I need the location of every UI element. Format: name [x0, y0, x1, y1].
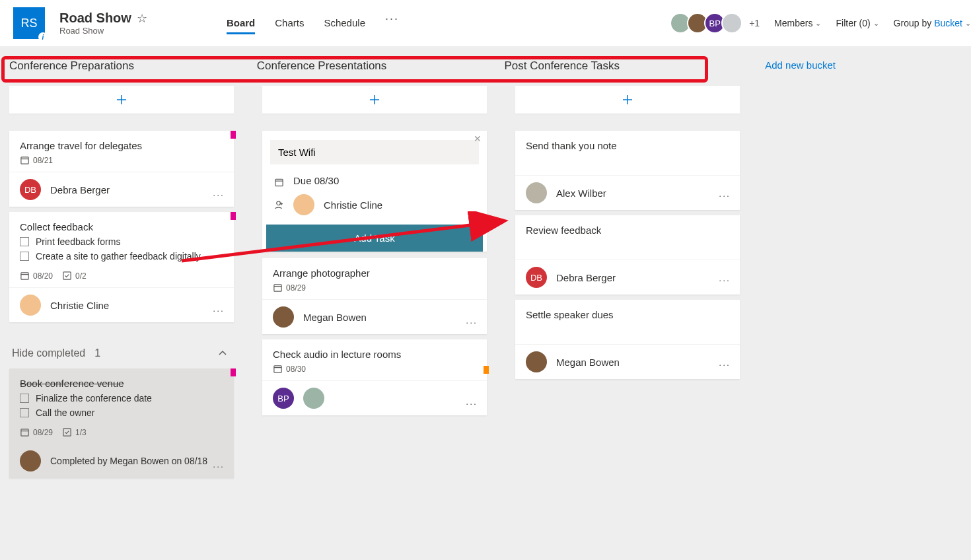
member-avatars[interactable]: BP +1 — [674, 13, 760, 34]
hide-completed-toggle[interactable]: Hide completed1 — [9, 338, 234, 368]
app-header: RS i Road Show ☆ Road Show Board Charts … — [0, 0, 971, 46]
add-task-post-conf[interactable] — [515, 86, 740, 114]
task-title: Settle speaker dues — [526, 309, 729, 320]
card-more-icon[interactable]: ··· — [213, 190, 225, 200]
group-by-button[interactable]: Group by Bucket ⌄ — [894, 18, 971, 28]
avatar-member-4[interactable] — [721, 13, 742, 34]
svg-rect-12 — [275, 179, 283, 186]
checkbox-icon[interactable] — [20, 237, 29, 246]
task-assignee-row[interactable]: DB Debra Berger — [9, 172, 234, 207]
checkbox-icon[interactable] — [20, 252, 29, 261]
task-assignee-row[interactable]: Alex Wilber — [515, 175, 740, 210]
task-assignee-row[interactable]: Megan Bowen — [515, 344, 740, 379]
task-card-photographer[interactable]: Arrange photographer 08/29 ··· Megan Bow… — [262, 258, 487, 334]
checklist-icon — [62, 271, 72, 281]
tab-more-icon[interactable]: ··· — [385, 12, 399, 34]
assignee-name: Debra Berger — [556, 272, 616, 283]
checkbox-icon[interactable] — [20, 408, 29, 417]
favorite-star-icon[interactable]: ☆ — [137, 11, 147, 26]
svg-rect-7 — [21, 429, 28, 436]
task-card-travel[interactable]: Arrange travel for delegates 08/21 ··· D… — [9, 131, 234, 207]
svg-rect-2 — [21, 157, 28, 164]
task-card-thankyou[interactable]: Send thank you note ··· Alex Wilber — [515, 131, 740, 210]
add-task-conf-pres[interactable] — [262, 86, 487, 114]
card-more-icon[interactable]: ··· — [213, 461, 225, 472]
assignee-name: Christie Cline — [50, 300, 109, 311]
new-task-due-row[interactable]: Due 08/30 — [266, 171, 483, 190]
completed-by-row: Completed by Megan Bowen on 08/18 — [9, 444, 234, 478]
task-assignee-row[interactable]: DB Debra Berger — [515, 260, 740, 295]
plus-icon — [622, 94, 633, 105]
task-assignee-row[interactable]: BP — [262, 380, 487, 415]
calendar-icon — [274, 176, 284, 186]
extra-members-count[interactable]: +1 — [749, 18, 760, 28]
plan-badge[interactable]: RS i — [13, 7, 45, 39]
checklist-item[interactable]: Finalize the conference date — [20, 393, 223, 403]
checkbox-icon[interactable] — [20, 394, 29, 403]
avatar-megan-bowen — [20, 450, 41, 472]
task-card-audio[interactable]: Check audio in lecture rooms 08/30 ··· B… — [262, 339, 487, 415]
svg-rect-19 — [274, 366, 281, 372]
chevron-up-icon — [218, 349, 227, 358]
task-assignee-row[interactable]: Christie Cline — [9, 287, 234, 322]
svg-rect-6 — [63, 272, 71, 279]
plan-title-block: Road Show ☆ Road Show — [59, 11, 147, 36]
bucket-title-post-conf[interactable]: Post Conference Tasks — [505, 53, 724, 81]
card-more-icon[interactable]: ··· — [719, 359, 731, 370]
bucket-title-conf-pres[interactable]: Conference Presentations — [257, 53, 476, 81]
new-task-assign-row[interactable]: Christie Cline — [266, 190, 483, 219]
view-tabs: Board Charts Schedule ··· — [227, 12, 399, 34]
plan-title: Road Show — [59, 11, 131, 26]
bucket-title-conf-prep[interactable]: Conference Preparations — [9, 53, 229, 81]
avatar-member — [303, 388, 324, 409]
svg-rect-4 — [21, 273, 28, 279]
add-bucket-button[interactable]: Add new bucket — [752, 53, 971, 79]
tab-charts[interactable]: Charts — [275, 12, 304, 34]
avatar-christie-cline — [293, 194, 314, 215]
card-more-icon[interactable]: ··· — [466, 317, 478, 328]
calendar-icon — [273, 283, 283, 293]
info-icon[interactable]: i — [38, 32, 48, 42]
card-more-icon[interactable]: ··· — [719, 190, 731, 201]
avatar-megan-bowen — [526, 351, 547, 372]
tab-schedule[interactable]: Schedule — [324, 12, 365, 34]
card-more-icon[interactable]: ··· — [213, 305, 225, 316]
chevron-down-icon: ⌄ — [965, 19, 971, 28]
calendar-icon — [273, 364, 283, 374]
checklist-item[interactable]: Create a site to gather feedback digital… — [20, 251, 223, 262]
avatar-megan-bowen — [273, 306, 294, 328]
task-card-feedback[interactable]: Collect feedback Print feedback forms Cr… — [9, 212, 234, 322]
task-title: Send thank you note — [526, 140, 729, 151]
task-card-completed-venue[interactable]: Book conference venue Finalize the confe… — [9, 368, 234, 478]
add-task-conf-prep[interactable] — [9, 86, 234, 114]
task-assignee-row[interactable]: Megan Bowen — [262, 299, 487, 334]
avatar-christie-cline — [20, 295, 41, 316]
task-card-speakerdues[interactable]: Settle speaker dues ··· Megan Bowen — [515, 300, 740, 379]
task-title: Collect feedback — [20, 221, 223, 232]
category-tag-pink — [231, 368, 236, 376]
bucket-col-conf-prep: Arrange travel for delegates 08/21 ··· D… — [9, 86, 234, 483]
new-task-name-input[interactable] — [270, 140, 479, 164]
filter-button[interactable]: Filter (0) ⌄ — [836, 18, 879, 28]
bucket-headers-row: Conference Preparations Conference Prese… — [0, 46, 971, 81]
checklist-item[interactable]: Print feedback forms — [20, 236, 223, 247]
close-icon[interactable]: ✕ — [474, 133, 482, 144]
assignee-name: Megan Bowen — [303, 312, 367, 323]
calendar-icon — [20, 155, 30, 165]
task-card-reviewfeedback[interactable]: Review feedback ··· DB Debra Berger — [515, 215, 740, 295]
chevron-down-icon: ⌄ — [815, 19, 821, 28]
task-title: Arrange travel for delegates — [20, 140, 223, 151]
task-title: Arrange photographer — [273, 267, 476, 279]
add-task-button[interactable]: Add Task — [266, 225, 483, 252]
avatar-alex-wilber — [526, 182, 547, 203]
checklist-item[interactable]: Call the owner — [20, 407, 223, 418]
chevron-down-icon: ⌄ — [873, 19, 879, 28]
header-actions: BP +1 Members ⌄ Filter (0) ⌄ Group by Bu… — [674, 13, 971, 34]
card-more-icon[interactable]: ··· — [466, 398, 478, 409]
tab-board[interactable]: Board — [227, 12, 255, 34]
card-more-icon[interactable]: ··· — [719, 275, 731, 285]
members-button[interactable]: Members ⌄ — [774, 18, 821, 28]
calendar-icon — [20, 271, 30, 281]
assignee-name: Debra Berger — [50, 184, 110, 195]
task-title: Book conference venue — [20, 378, 223, 389]
